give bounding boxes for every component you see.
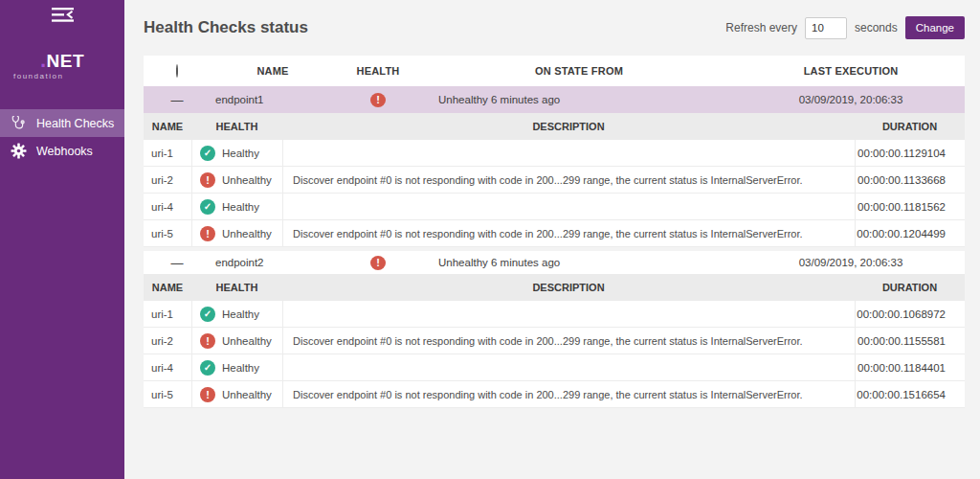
dotnet-foundation-logo: .NET foundation [0,50,124,80]
outer-table-header: NAME HEALTH ON STATE FROM LAST EXECUTION [144,56,965,86]
change-button[interactable]: Change [905,16,965,39]
health-status-icon [200,199,215,215]
check-duration: 00:00:00.1204499 [855,220,965,246]
main-content: Health Checks status Refresh every secon… [124,0,980,479]
health-status-icon [200,307,215,322]
check-name: uri-1 [144,140,191,166]
refresh-label: Refresh every [725,21,797,34]
endpoint-group: — endpoint2 Unhealthy 6 minutes ago 03/0… [144,247,965,408]
inner-col-description: DESCRIPTION [282,121,855,132]
check-name: uri-4 [144,354,191,380]
page-title: Health Checks status [144,18,308,37]
endpoint-name: endpoint1 [211,94,335,105]
inner-table-header: NAME HEALTH DESCRIPTION DURATION [144,274,965,301]
sidebar: .NET foundation Health Checks [0,0,124,479]
endpoint-name: endpoint2 [211,257,335,268]
check-row: uri-4 Healthy 00:00:00.1181562 [144,194,965,220]
endpoint-state: Unhealthy 6 minutes ago [421,257,737,268]
check-description: Discover endpoint #0 is not responding w… [282,167,855,193]
health-label: Healthy [222,201,259,213]
col-header-exec: LAST EXECUTION [737,65,965,77]
check-row: uri-1 Healthy 00:00:00.1068972 [144,301,965,328]
check-description [282,194,855,219]
health-checks-table: NAME HEALTH ON STATE FROM LAST EXECUTION… [144,56,965,408]
refresh-interval-input[interactable] [805,17,847,39]
sidebar-item-label: Webhooks [36,145,93,158]
endpoint-last-execution: 03/09/2019, 20:06:33 [737,257,965,268]
health-status-icon [200,387,215,402]
check-duration: 00:00:00.1181562 [855,194,965,219]
inner-col-health: HEALTH [191,121,282,132]
expand-all-icon[interactable] [176,64,178,78]
check-row: uri-1 Healthy 00:00:00.1129104 [144,140,965,167]
check-duration: 00:00:00.1133668 [855,167,965,193]
check-description: Discover endpoint #0 is not responding w… [282,328,855,354]
sidebar-item-health-checks[interactable]: Health Checks [0,109,124,137]
health-status-icon [200,333,215,349]
check-duration: 00:00:00.1129104 [855,140,965,166]
health-status-icon [200,360,215,376]
check-name: uri-1 [144,301,191,327]
health-label: Healthy [222,148,259,159]
collapse-row-icon[interactable]: — [144,93,211,107]
collapse-row-icon[interactable]: — [144,256,211,270]
endpoint-group: — endpoint1 Unhealthy 6 minutes ago 03/0… [144,86,965,247]
check-name: uri-2 [144,167,191,193]
check-description: Discover endpoint #0 is not responding w… [282,220,855,246]
inner-table-header: NAME HEALTH DESCRIPTION DURATION [144,113,965,140]
inner-col-name: NAME [144,282,191,293]
gear-icon [9,143,28,159]
endpoint-last-execution: 03/09/2019, 20:06:33 [737,94,965,105]
check-description [282,301,855,327]
check-row: uri-5 Unhealthy Discover endpoint #0 is … [144,381,965,408]
sidebar-nav: Health Checks [0,109,124,165]
health-label: Healthy [222,308,259,320]
check-duration: 00:00:00.1155581 [855,328,965,354]
sidebar-item-webhooks[interactable]: Webhooks [0,137,124,165]
inner-col-health: HEALTH [191,282,282,293]
inner-col-name: NAME [144,121,191,132]
health-label: Unhealthy [222,174,272,186]
check-duration: 00:00:00.1068972 [855,301,965,327]
logo-dot: . [40,48,47,72]
topbar: Health Checks status Refresh every secon… [144,0,965,56]
check-row: uri-4 Healthy 00:00:00.1184401 [144,354,965,381]
stethoscope-icon [9,114,28,132]
health-status-icon [370,93,386,107]
sidebar-item-label: Health Checks [36,117,114,130]
endpoint-state: Unhealthy 6 minutes ago [421,94,737,105]
logo-name: NET [47,51,85,71]
menu-collapse-icon [51,8,75,26]
check-name: uri-2 [144,328,191,354]
health-status-icon [200,146,215,161]
health-status-icon [370,256,386,270]
refresh-unit-label: seconds [855,21,898,34]
health-label: Unhealthy [222,228,272,240]
check-name: uri-5 [144,220,191,246]
health-label: Unhealthy [222,389,272,400]
check-row: uri-5 Unhealthy Discover endpoint #0 is … [144,220,965,247]
check-name: uri-4 [144,194,191,219]
health-label: Healthy [222,362,259,374]
check-description [282,140,855,166]
health-status-icon [200,226,215,241]
check-description [282,354,855,380]
inner-col-description: DESCRIPTION [282,282,855,293]
refresh-controls: Refresh every seconds Change [725,16,965,39]
check-row: uri-2 Unhealthy Discover endpoint #0 is … [144,167,965,194]
health-label: Unhealthy [222,335,272,347]
col-header-name: NAME [211,65,335,77]
check-row: uri-2 Unhealthy Discover endpoint #0 is … [144,328,965,354]
collapse-menu-button[interactable] [0,0,124,25]
check-duration: 00:00:00.1184401 [855,354,965,380]
endpoint-row[interactable]: — endpoint2 Unhealthy 6 minutes ago 03/0… [144,247,965,274]
inner-col-duration: DURATION [855,121,965,132]
check-name: uri-5 [144,381,191,407]
col-header-health: HEALTH [335,65,421,77]
check-description: Discover endpoint #0 is not responding w… [282,381,855,407]
inner-col-duration: DURATION [855,282,965,293]
health-status-icon [200,172,215,188]
logo-sub: foundation [13,73,124,80]
check-duration: 00:00:00.1516654 [855,381,965,407]
endpoint-row[interactable]: — endpoint1 Unhealthy 6 minutes ago 03/0… [144,86,965,113]
